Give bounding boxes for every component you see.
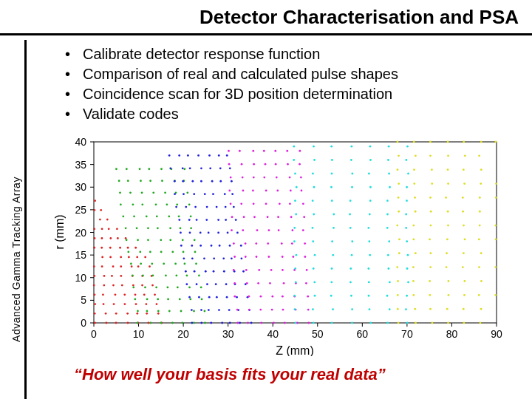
svg-point-517 [398,154,400,157]
svg-point-566 [463,252,465,254]
content-area: Calibrate detector response function Com… [44,44,520,124]
svg-point-417 [296,186,298,188]
svg-point-149 [147,227,149,229]
svg-point-363 [265,163,267,166]
svg-point-538 [429,252,432,254]
svg-point-208 [186,191,188,194]
svg-point-589 [494,294,497,296]
svg-point-276 [216,206,218,208]
svg-point-478 [389,308,391,310]
svg-point-455 [351,240,353,242]
svg-point-423 [314,295,316,297]
svg-point-237 [182,167,184,169]
svg-point-546 [429,141,432,143]
svg-point-474 [368,172,370,174]
svg-point-112 [144,256,146,259]
svg-point-46 [94,237,96,239]
svg-point-205 [190,227,192,229]
chart-svg: 0102030405060708090 0510152025303540 Z (… [53,134,511,356]
svg-point-122 [122,215,124,217]
svg-point-425 [313,267,315,270]
svg-point-270 [225,283,228,285]
svg-point-153 [140,180,142,182]
svg-point-137 [132,203,134,205]
svg-text:20: 20 [75,227,86,239]
svg-point-324 [248,309,250,311]
svg-point-467 [367,267,369,270]
svg-point-113 [137,322,139,324]
svg-point-361 [265,190,267,192]
svg-point-578 [480,280,482,282]
svg-point-292 [219,180,222,183]
svg-point-67 [112,284,115,287]
svg-point-259 [211,245,213,247]
svg-point-348 [253,177,255,179]
svg-point-289 [225,219,227,221]
svg-text:10: 10 [75,272,86,284]
svg-point-141 [160,322,163,324]
svg-point-170 [180,310,183,313]
svg-point-590 [494,266,497,268]
svg-point-89 [134,293,137,296]
svg-point-281 [239,322,241,324]
bullet-list: Calibrate detector response function Com… [65,44,520,124]
svg-point-594 [495,183,497,185]
svg-point-53 [102,293,104,296]
svg-point-96 [148,322,150,324]
svg-point-251 [189,167,191,169]
svg-point-117 [132,275,134,277]
svg-point-551 [446,266,448,268]
svg-point-372 [278,229,280,231]
svg-point-160 [163,263,165,265]
svg-point-498 [405,227,407,229]
svg-point-64 [115,313,117,315]
svg-point-60 [101,228,103,230]
svg-point-88 [135,303,137,305]
svg-point-360 [265,202,267,205]
svg-point-463 [369,322,372,324]
svg-point-344 [256,229,259,231]
svg-point-177 [169,227,171,229]
svg-point-121 [125,227,127,229]
svg-point-204 [194,239,196,241]
svg-point-448 [330,146,332,148]
svg-point-574 [463,141,465,143]
svg-point-152 [141,191,143,194]
svg-point-356 [267,256,270,258]
svg-point-426 [314,254,316,256]
svg-point-336 [239,150,241,152]
svg-point-595 [494,141,497,143]
svg-point-104 [134,247,137,249]
svg-point-207 [188,203,191,205]
svg-point-134 [137,239,139,241]
svg-point-572 [463,168,465,171]
svg-point-54 [103,284,105,287]
svg-point-488 [388,172,390,174]
svg-point-136 [133,215,135,217]
svg-point-145 [152,275,154,277]
svg-point-40 [94,303,96,305]
svg-point-349 [253,163,255,166]
svg-point-559 [447,154,449,157]
svg-point-405 [299,163,301,166]
svg-point-283 [236,296,238,299]
svg-point-465 [368,295,370,297]
svg-point-327 [245,269,248,271]
svg-point-389 [290,190,292,192]
svg-point-72 [109,237,112,239]
svg-point-305 [231,193,233,195]
svg-point-545 [429,154,432,157]
svg-point-513 [398,211,400,213]
svg-point-420 [293,146,295,148]
svg-point-449 [351,322,353,324]
svg-point-562 [463,308,465,310]
svg-point-504 [406,146,409,148]
svg-point-239 [210,322,212,324]
svg-point-199 [201,299,203,301]
svg-point-236 [182,180,184,183]
svg-point-189 [183,250,185,253]
svg-point-267 [229,322,231,324]
svg-point-532 [413,141,415,143]
svg-point-341 [258,269,260,271]
svg-point-126 [115,168,117,170]
